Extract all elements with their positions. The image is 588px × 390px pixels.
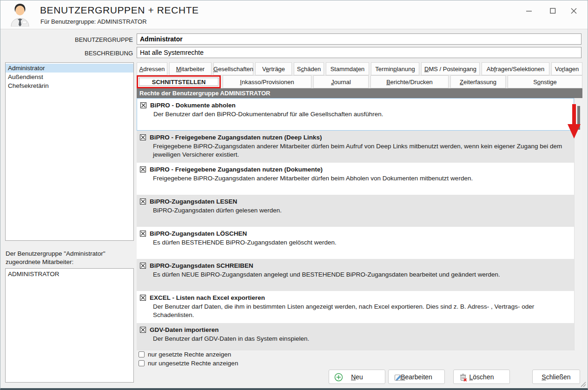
- permission-description: Freigegebene BiPRO-Zugangsdaten anderer …: [153, 174, 569, 183]
- permissions-list: BiPRO - Dokumente abholenDer Benutzer da…: [137, 98, 574, 350]
- permission-item-bipro-zugangsdaten-schreiben[interactable]: BiPRO-Zugangsdaten SCHREIBENEs dürfen NE…: [137, 259, 574, 291]
- minimize-button[interactable]: [521, 4, 537, 17]
- permission-title: BiPRO-Zugangsdaten SCHREIBEN: [150, 262, 253, 269]
- tab-label: Verträge: [262, 66, 285, 73]
- permission-description: Es dürfen NEUE BiPRO-Zugangsdaten angele…: [153, 271, 569, 279]
- permission-item-bipro-freigegebene-zugangsdaten-nutzen-deep-links[interactable]: BiPRO - Freigegebene Zugangsdaten nutzen…: [137, 131, 574, 163]
- tabs-row-2: SCHNITTSTELLENInkasso/ProvisionenJournal…: [137, 75, 582, 88]
- filter-option-nur-ungesetzte-rechte-anzeigen[interactable]: nur ungesetzte Rechte anzeigen: [139, 359, 238, 367]
- window-title: BENUTZERGRUPPEN + RECHTE: [40, 5, 199, 16]
- filter-option-nur-gesetzte-rechte-anzeigen[interactable]: nur gesetzte Rechte anzeigen: [139, 350, 238, 358]
- permission-title-row: BiPRO-Zugangsdaten LESEN: [140, 197, 570, 206]
- checkbox-checked-icon[interactable]: [140, 134, 146, 140]
- permission-item-gdv-daten-importieren[interactable]: GDV-Daten importierenDer Benutzer darf G…: [137, 323, 574, 350]
- tab-label: Vorlagen: [555, 66, 579, 73]
- benutzergruppe-input[interactable]: [137, 33, 581, 45]
- permissions-scrollbar[interactable]: [574, 98, 582, 350]
- permission-description: Der Benutzer darf Daten, die ihm in best…: [153, 303, 569, 319]
- window-subtitle: Für Benutzergruppe: ADMINISTRATOR: [40, 18, 147, 25]
- tab-mitarbeiter[interactable]: Mitarbeiter: [169, 62, 211, 75]
- filter-label: nur gesetzte Rechte anzeigen: [148, 351, 231, 358]
- tab-dms-posteingang[interactable]: DMS / Posteingang: [421, 62, 480, 75]
- permissions-panel: BiPRO - Dokumente abholenDer Benutzer da…: [137, 98, 582, 350]
- tab-label: DMS / Posteingang: [424, 66, 476, 73]
- groups-listbox[interactable]: AdministratorAußendienstChefsekretärin: [5, 62, 134, 241]
- permission-item-bipro-dokumente-abholen[interactable]: BiPRO - Dokumente abholenDer Benutzer da…: [137, 98, 574, 131]
- tab-terminplanung[interactable]: Terminplanung: [371, 62, 419, 75]
- tab-gesellschaften[interactable]: Gesellschaften: [213, 62, 253, 75]
- trash-delete-icon: [458, 372, 468, 382]
- checkbox-checked-icon[interactable]: [140, 166, 146, 172]
- delete-button[interactable]: Löschen: [453, 370, 510, 384]
- permission-title: GDV-Daten importieren: [150, 326, 219, 333]
- tab-schäden[interactable]: Schäden: [294, 62, 324, 75]
- tab-sonstige[interactable]: Sonstige: [508, 75, 582, 88]
- titlebar: BENUTZERGRUPPEN + RECHTE Für Benutzergru…: [0, 0, 588, 29]
- maximize-button[interactable]: [545, 4, 561, 17]
- tab-verträge[interactable]: Verträge: [255, 62, 292, 75]
- permission-title-row: GDV-Daten importieren: [140, 325, 570, 334]
- permissions-header: Rechte der Benutzergruppe ADMINISTRATOR: [137, 88, 582, 98]
- checkbox-checked-icon[interactable]: [140, 198, 146, 205]
- members-listbox[interactable]: ADMINISTRATOR: [5, 268, 134, 383]
- tab-label: Stammdaten: [330, 66, 365, 73]
- member-item-administrator[interactable]: ADMINISTRATOR: [6, 270, 133, 278]
- tab-schnittstellen[interactable]: SCHNITTSTELLEN: [137, 75, 221, 88]
- permission-item-bipro-freigegebene-zugangsdaten-nutzen-dokumente[interactable]: BiPRO - Freigegebene Zugangsdaten nutzen…: [137, 163, 574, 195]
- resize-grip[interactable]: [580, 381, 586, 387]
- plus-circle-icon: [334, 372, 343, 382]
- edit-icon: [393, 372, 403, 382]
- minimize-icon: [526, 8, 532, 14]
- permission-description: Freigegebene BiPRO-Zugangsdaten anderer …: [153, 142, 569, 159]
- permission-item-bipro-zugangsdaten-lesen[interactable]: BiPRO-Zugangsdaten LESENBiPRO-Zugangsdat…: [137, 195, 574, 227]
- permission-title-row: BiPRO - Dokumente abholen: [140, 100, 570, 110]
- beschreibung-label: BESCHREIBUNG: [0, 50, 133, 57]
- tab-label: Schäden: [297, 66, 321, 73]
- edit-button-label: Bearbeiten: [401, 373, 432, 381]
- permission-title: BiPRO-Zugangsdaten LESEN: [150, 198, 237, 205]
- permission-title-row: BiPRO-Zugangsdaten LÖSCHEN: [140, 229, 570, 238]
- permission-title-row: BiPRO - Freigegebene Zugangsdaten nutzen…: [140, 165, 570, 174]
- tab-label: Gesellschaften: [213, 66, 253, 73]
- checkbox-icon[interactable]: [139, 351, 145, 357]
- tab-label: Journal: [331, 79, 351, 86]
- permission-item-excel-listen-nach-excel-exportieren[interactable]: EXCEL - Listen nach Excel exportierenDer…: [137, 291, 574, 323]
- tab-berichte-drucken[interactable]: Berichte/Drucken: [370, 75, 449, 88]
- maximize-icon: [550, 8, 556, 14]
- permission-title: BiPRO - Freigegebene Zugangsdaten nutzen…: [150, 166, 323, 173]
- permission-description: BiPRO-Zugangsdaten dürfen gelesen werden…: [153, 206, 569, 215]
- tab-label: Inkasso/Provisionen: [240, 79, 294, 86]
- tab-zeiterfassung[interactable]: Zeiterfassung: [450, 75, 506, 88]
- tab-label: Adressen: [139, 66, 165, 73]
- checkbox-icon[interactable]: [139, 360, 145, 366]
- schliessen-button[interactable]: Schließen: [532, 370, 580, 384]
- tab-label: Abfragen/Selektionen: [487, 66, 544, 73]
- scrollbar-thumb[interactable]: [577, 106, 580, 130]
- tab-inkasso-provisionen[interactable]: Inkasso/Provisionen: [223, 75, 311, 88]
- new-button[interactable]: Neu: [329, 370, 385, 384]
- group-item-chefsekretärin[interactable]: Chefsekretärin: [6, 81, 133, 90]
- edit-button[interactable]: Bearbeiten: [388, 370, 445, 384]
- close-icon: [571, 8, 577, 14]
- checkbox-checked-icon[interactable]: [140, 263, 146, 269]
- members-label: Der Benutzergruppe "Administrator" zugeo…: [6, 250, 132, 266]
- checkbox-checked-icon[interactable]: [140, 295, 146, 301]
- permission-title: BiPRO-Zugangsdaten LÖSCHEN: [150, 230, 247, 237]
- tab-label: Terminplanung: [375, 66, 415, 73]
- group-item-außendienst[interactable]: Außendienst: [6, 73, 133, 81]
- beschreibung-input[interactable]: [137, 47, 581, 58]
- checkbox-checked-icon[interactable]: [140, 327, 146, 333]
- checkbox-checked-icon[interactable]: [140, 231, 146, 237]
- tab-journal[interactable]: Journal: [313, 75, 369, 88]
- filter-options: nur gesetzte Rechte anzeigennur ungesetz…: [139, 350, 238, 367]
- tab-vorlagen[interactable]: Vorlagen: [551, 62, 582, 75]
- group-item-administrator[interactable]: Administrator: [6, 64, 133, 73]
- tab-adressen[interactable]: Adressen: [137, 62, 167, 75]
- tab-label: SCHNITTSTELLEN: [152, 79, 206, 86]
- checkbox-checked-icon[interactable]: [140, 102, 146, 108]
- tab-label: Mitarbeiter: [176, 66, 205, 73]
- permission-item-bipro-zugangsdaten-löschen[interactable]: BiPRO-Zugangsdaten LÖSCHENEs dürfen BEST…: [137, 227, 574, 259]
- tab-stammdaten[interactable]: Stammdaten: [326, 62, 369, 75]
- close-button[interactable]: [566, 4, 581, 17]
- tab-abfragen-selektionen[interactable]: Abfragen/Selektionen: [482, 62, 549, 75]
